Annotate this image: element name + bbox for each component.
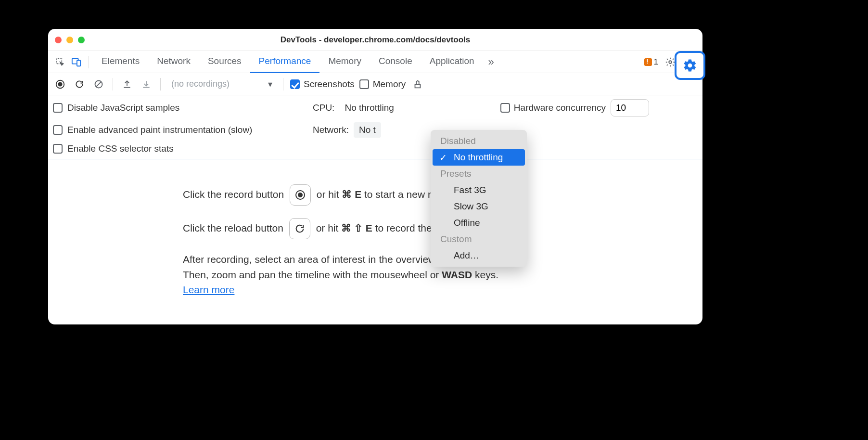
traffic-lights xyxy=(55,37,85,43)
cpu-label: CPU: xyxy=(313,103,334,113)
separator xyxy=(113,78,113,91)
learn-more-link[interactable]: Learn more xyxy=(183,284,234,295)
dropdown-header-presets: Presets xyxy=(431,166,527,182)
checkbox-icon xyxy=(500,103,510,113)
minimize-window-button[interactable] xyxy=(66,37,73,43)
shortcut-reload: ⌘ ⇧ E xyxy=(341,222,372,233)
screenshots-label: Screenshots xyxy=(304,79,355,90)
maximize-window-button[interactable] xyxy=(78,37,85,43)
dropdown-header-custom: Custom xyxy=(431,231,527,247)
tab-elements[interactable]: Elements xyxy=(93,51,148,73)
disable-js-label: Disable JavaScript samples xyxy=(67,103,179,113)
divider xyxy=(89,56,89,68)
svg-point-9 xyxy=(298,193,303,197)
svg-line-7 xyxy=(96,82,101,87)
memory-checkbox[interactable]: Memory xyxy=(359,79,406,90)
more-tabs-icon[interactable]: » xyxy=(483,54,499,70)
tab-memory[interactable]: Memory xyxy=(319,51,370,73)
reload-button[interactable] xyxy=(72,77,87,91)
svg-rect-2 xyxy=(77,60,80,66)
checkbox-icon xyxy=(53,103,63,113)
panel-tabs: Elements Network Sources Performance Mem… xyxy=(93,51,644,73)
shortcut-record: ⌘ E xyxy=(342,189,361,200)
inspect-element-icon[interactable] xyxy=(52,54,68,70)
cpu-value: No throttling xyxy=(345,103,394,113)
dropdown-item-add[interactable]: Add… xyxy=(431,247,527,264)
enable-paint-checkbox[interactable]: Enable advanced paint instrumentation (s… xyxy=(53,122,313,138)
device-toolbar-icon[interactable] xyxy=(68,54,85,70)
devtools-window: DevTools - developer.chrome.com/docs/dev… xyxy=(48,29,702,324)
separator xyxy=(160,78,161,91)
tabbar: Elements Network Sources Performance Mem… xyxy=(48,51,702,73)
network-throttling-select[interactable]: No t xyxy=(354,122,381,138)
capture-settings-panel: Disable JavaScript samples CPU: No throt… xyxy=(48,95,702,159)
checkbox-icon xyxy=(290,79,300,89)
clear-button[interactable] xyxy=(91,77,106,91)
dropdown-item-no-throttling[interactable]: No throttling xyxy=(433,149,525,166)
separator xyxy=(283,78,283,91)
dropdown-item-offline[interactable]: Offline xyxy=(431,215,527,231)
recordings-label: (no recordings) xyxy=(171,79,230,89)
collect-garbage-button[interactable] xyxy=(410,77,425,91)
record-button[interactable] xyxy=(53,77,67,91)
close-window-button[interactable] xyxy=(55,37,62,43)
network-value: No t xyxy=(359,125,376,135)
dropdown-header-disabled: Disabled xyxy=(431,133,527,149)
record-icon xyxy=(290,184,311,206)
tab-performance[interactable]: Performance xyxy=(250,51,320,73)
cpu-row: CPU: No throttling Hardware concurrency xyxy=(313,99,698,116)
network-label: Network: xyxy=(313,125,349,135)
tab-console[interactable]: Console xyxy=(370,51,421,73)
performance-toolbar: (no recordings) ▾ Screenshots Memory xyxy=(48,73,702,95)
enable-paint-label: Enable advanced paint instrumentation (s… xyxy=(67,125,252,135)
dropdown-item-slow-3g[interactable]: Slow 3G xyxy=(431,198,527,215)
checkbox-icon xyxy=(53,144,63,154)
hw-label: Hardware concurrency xyxy=(514,103,606,113)
reload-icon xyxy=(289,218,310,239)
download-button[interactable] xyxy=(139,77,153,91)
recordings-select[interactable]: (no recordings) ▾ xyxy=(167,79,276,90)
hw-concurrency-input[interactable] xyxy=(611,99,649,116)
enable-css-checkbox[interactable]: Enable CSS selector stats xyxy=(53,143,313,154)
upload-button[interactable] xyxy=(120,77,134,91)
svg-point-3 xyxy=(669,61,672,64)
tab-application[interactable]: Application xyxy=(421,51,483,73)
issues-count: 1 xyxy=(654,57,658,67)
disable-js-checkbox[interactable]: Disable JavaScript samples xyxy=(53,99,313,116)
dropdown-item-fast-3g[interactable]: Fast 3G xyxy=(431,182,527,198)
checkbox-icon xyxy=(53,125,63,135)
capture-settings-button[interactable] xyxy=(675,51,705,80)
warning-icon xyxy=(644,58,652,66)
tab-network[interactable]: Network xyxy=(148,51,199,73)
network-throttling-dropdown: Disabled No throttling Presets Fast 3G S… xyxy=(431,130,527,267)
enable-css-label: Enable CSS selector stats xyxy=(67,143,174,154)
tab-sources[interactable]: Sources xyxy=(199,51,250,73)
checkbox-icon xyxy=(359,79,369,89)
titlebar: DevTools - developer.chrome.com/docs/dev… xyxy=(48,29,702,51)
svg-point-5 xyxy=(58,82,62,86)
issues-indicator[interactable]: 1 xyxy=(644,57,658,67)
window-title: DevTools - developer.chrome.com/docs/dev… xyxy=(48,35,702,45)
instructions-pane: Click the record button or hit ⌘ E to st… xyxy=(48,159,702,324)
memory-label: Memory xyxy=(373,79,406,90)
hw-concurrency-checkbox[interactable]: Hardware concurrency xyxy=(500,103,606,113)
cpu-throttling-select[interactable]: No throttling xyxy=(339,100,399,116)
dropdown-arrow-icon: ▾ xyxy=(268,79,272,90)
screenshots-checkbox[interactable]: Screenshots xyxy=(290,79,355,90)
